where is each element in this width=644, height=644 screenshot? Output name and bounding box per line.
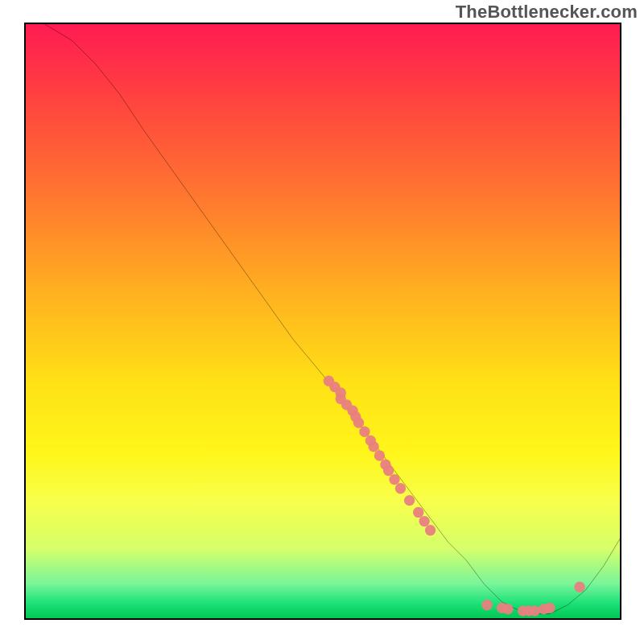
data-point — [389, 474, 399, 485]
data-point — [425, 525, 436, 535]
chart-svg — [24, 23, 621, 620]
watermark-text: TheBottlenecker.com — [456, 2, 638, 23]
data-point — [359, 427, 369, 437]
data-point — [574, 582, 584, 592]
data-point — [419, 516, 429, 526]
data-point — [481, 600, 492, 610]
data-point — [404, 495, 415, 506]
data-point — [413, 507, 423, 518]
plot-area — [24, 23, 621, 620]
points-layer — [324, 376, 585, 617]
data-point — [395, 483, 406, 493]
bottleneck-curve — [42, 23, 621, 614]
data-point — [383, 465, 394, 476]
data-point — [368, 441, 378, 452]
data-point — [530, 605, 540, 616]
chart-container: TheBottlenecker.com — [0, 0, 644, 644]
curve-layer — [42, 23, 621, 614]
data-point — [544, 602, 555, 613]
data-point — [502, 604, 513, 614]
data-point — [353, 417, 364, 427]
data-point — [374, 450, 385, 460]
